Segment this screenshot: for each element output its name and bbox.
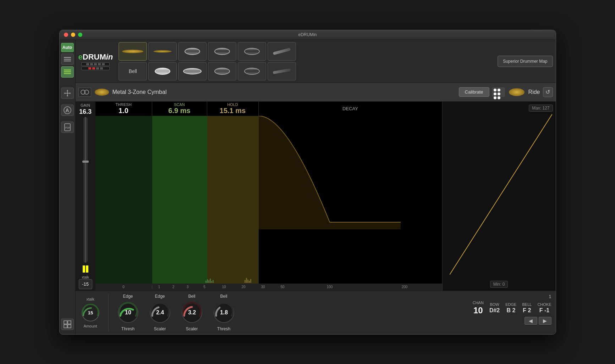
led-active-2 (92, 67, 95, 69)
snare-wide-icon (183, 68, 202, 74)
ruler-mark-3 (87, 175, 88, 175)
sidebar-notes-btn[interactable] (61, 54, 74, 65)
snare-2-icon (214, 48, 230, 55)
midi-bow-col: BOW D#2 (489, 302, 500, 314)
sidebar-list-btn[interactable] (61, 66, 74, 78)
pad-bell-label[interactable]: Bell (119, 62, 147, 80)
multi-zone-dots[interactable] (492, 87, 505, 97)
snare-1-icon (185, 48, 200, 55)
level-indicators (83, 265, 88, 273)
pad-stick-2[interactable] (268, 62, 296, 80)
logo-drum: DRUM (83, 52, 106, 62)
traffic-lights (64, 33, 82, 37)
amount-label: xtalk (86, 297, 94, 301)
waveform-blips-2 (245, 278, 251, 283)
knob-4-bottom-label: Thresh (217, 326, 230, 331)
midi-choke-col: CHOKE F -1 (537, 302, 551, 314)
auto-button[interactable]: Auto (61, 43, 74, 52)
svg-marker-11 (70, 93, 71, 94)
midi-bell-label: BELL (522, 302, 532, 307)
pad-snare-wide[interactable] (178, 62, 207, 80)
led-active-1 (88, 67, 91, 69)
xtalk-value[interactable]: -15 (79, 279, 92, 289)
snare-round2-icon (244, 68, 260, 75)
knob-edge-thresh: Edge 10 Thresh (116, 294, 141, 331)
region-thresh (95, 116, 152, 284)
midi-next-button[interactable]: ▶ (539, 317, 551, 325)
svg-marker-9 (67, 95, 68, 97)
pad-snare-1[interactable] (178, 42, 207, 61)
hold-display: HOLD 15.1 ms (207, 102, 259, 116)
blip-10 (249, 281, 250, 283)
midi-chan-label: CHAN (473, 301, 484, 305)
led-1 (86, 63, 89, 65)
sidebar-pdf-btn[interactable]: PDF (61, 122, 74, 133)
viz-graph[interactable]: 0 1 2 3 5 10 20 30 50 100 200 (95, 116, 442, 291)
knob-4-svg: 1.8 (212, 300, 236, 325)
pad-snare-2[interactable] (208, 42, 236, 61)
link-button[interactable] (78, 88, 91, 97)
pad-snare-3[interactable] (238, 42, 266, 61)
fader-track (85, 117, 86, 263)
midi-prev-button[interactable]: ◀ (525, 317, 537, 325)
decay-curve-svg (259, 116, 442, 284)
svg-rect-16 (64, 325, 67, 328)
link-circles (81, 90, 89, 95)
midi-arrows: ◀ ▶ (525, 317, 551, 325)
svg-rect-4 (64, 71, 71, 72)
knob-3-container[interactable]: 3.2 (180, 300, 204, 325)
hold-value: 15.1 ms (220, 107, 246, 115)
dot-2 (498, 89, 500, 91)
svg-rect-15 (68, 321, 71, 324)
vel-min-label[interactable]: Min: 0 (490, 281, 508, 288)
sidebar-a-btn[interactable]: A (61, 105, 74, 116)
midi-chan-value: 10 (473, 306, 483, 315)
pad-cymbal-2[interactable] (148, 42, 177, 61)
blip-4 (210, 279, 211, 283)
dot-4 (498, 93, 500, 95)
superior-area: Superior Drummer Map (498, 56, 553, 67)
pad-snare-white[interactable] (148, 62, 177, 80)
pad-row-1 (119, 42, 492, 61)
timeline-bar: 0 1 2 3 5 10 20 30 50 100 200 (95, 284, 442, 291)
gain-handle[interactable] (82, 161, 89, 163)
pad-stick-1[interactable] (268, 42, 296, 61)
thresh-display: THRESH 1.0 (95, 102, 152, 116)
snare-white-icon (155, 68, 170, 75)
link-circle-2 (84, 90, 89, 95)
region-scan (152, 116, 207, 284)
midi-edge-value: B 2 (506, 307, 515, 314)
amount-knob-container[interactable]: 15 (80, 302, 101, 323)
knob-1-svg: 10 (116, 300, 141, 325)
gain-fader[interactable] (83, 117, 88, 263)
calibrate-button[interactable]: Calibrate (459, 87, 489, 97)
dot-5 (494, 96, 496, 99)
velocity-curve-svg (450, 114, 552, 275)
pad-snare-round2[interactable] (238, 62, 266, 80)
knob-2-container[interactable]: 2.4 (148, 300, 172, 325)
maximize-button[interactable] (78, 33, 82, 37)
sidebar-move-btn[interactable] (61, 88, 74, 99)
pad-row-2: Bell (119, 62, 492, 80)
superior-drummer-button[interactable]: Superior Drummer Map (498, 56, 553, 67)
knobs-row: Edge 10 Thresh (116, 294, 236, 331)
sidebar-grid-btn[interactable] (61, 319, 74, 330)
close-button[interactable] (64, 33, 68, 37)
titlebar: eDRUMin (60, 30, 556, 40)
svg-text:3.2: 3.2 (188, 309, 196, 315)
tm-100: 100 (292, 285, 367, 289)
thresh-value: 1.0 (119, 107, 128, 115)
vel-max-label[interactable]: Max: 127 (529, 105, 553, 112)
cymbal-2-icon (153, 50, 172, 52)
blip-11 (250, 279, 251, 283)
refresh-button[interactable]: ↺ (543, 87, 553, 97)
pad-cymbal-gold[interactable] (119, 42, 147, 61)
knob-4-container[interactable]: 1.8 (212, 300, 236, 325)
led-5 (102, 63, 105, 65)
minimize-button[interactable] (71, 33, 75, 37)
knob-1-container[interactable]: 10 (116, 300, 141, 325)
svg-rect-1 (64, 59, 71, 60)
midi-choke-label: CHOKE (537, 302, 551, 307)
blip-2 (207, 279, 208, 283)
pad-snare-round[interactable] (208, 62, 236, 80)
